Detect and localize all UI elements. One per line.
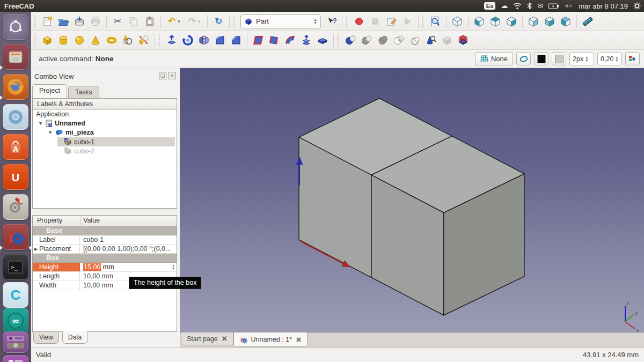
battery-icon[interactable] xyxy=(548,3,559,9)
auto-group-button[interactable] xyxy=(625,52,640,65)
tree-item-cubo-2[interactable]: cubo-2 xyxy=(33,146,177,156)
face-color-button[interactable] xyxy=(552,52,566,65)
property-row-placement[interactable]: ▶ Placement [(0,00 0,00 1,00);0,00 °;(0,… xyxy=(33,245,177,254)
toolbar-grip[interactable] xyxy=(346,16,349,27)
line-color-button[interactable] xyxy=(534,52,548,65)
measure-button[interactable] xyxy=(580,14,596,29)
column-header-value[interactable]: Value xyxy=(83,217,100,224)
part-cylinder-button[interactable] xyxy=(55,33,71,48)
macro-play-button[interactable] xyxy=(399,14,415,29)
part-cross-sections-button[interactable] xyxy=(455,33,471,48)
launcher-item-software-center[interactable]: A xyxy=(3,134,28,160)
part-fillet-button[interactable] xyxy=(212,33,228,48)
dock-close-button[interactable]: × xyxy=(169,72,176,79)
line-width-spinbox[interactable]: 2px ▲▼ xyxy=(569,53,594,65)
launcher-item-files[interactable] xyxy=(3,44,28,70)
height-spinbox[interactable]: 15,00 mm ▲▼ xyxy=(80,263,177,271)
launcher-item-system-settings[interactable] xyxy=(3,194,28,220)
tab-project[interactable]: Project xyxy=(32,84,67,98)
redo-dropdown[interactable]: ▾ xyxy=(198,19,204,24)
cloud-sync-icon[interactable]: ☁ xyxy=(501,0,508,12)
part-cut-button[interactable] xyxy=(358,33,375,48)
part-make-face-button[interactable] xyxy=(250,33,266,48)
launcher-item-stacked-apps[interactable] xyxy=(3,331,28,353)
part-extrude-button[interactable] xyxy=(164,33,180,48)
part-offset-button[interactable] xyxy=(314,33,331,48)
part-sweep-button[interactable] xyxy=(282,33,298,48)
wifi-icon[interactable] xyxy=(513,2,522,10)
session-gear-icon[interactable] xyxy=(633,2,641,10)
column-divider[interactable] xyxy=(80,216,80,226)
bluetooth-icon[interactable] xyxy=(527,2,532,10)
clock[interactable]: mar abr 8 07:19 xyxy=(579,2,628,10)
toolbar-grip[interactable] xyxy=(233,16,236,27)
part-revolve-button[interactable] xyxy=(180,33,196,48)
launcher-item-dash[interactable] xyxy=(3,14,28,40)
expander-icon[interactable]: ▼ xyxy=(48,130,53,135)
tab-start-page[interactable]: Start page ✕ xyxy=(181,333,233,345)
part-boolean-button[interactable] xyxy=(342,33,358,48)
part-defeaturing-button[interactable] xyxy=(439,33,455,48)
part-check-geometry-button[interactable] xyxy=(423,33,439,48)
close-tab-icon[interactable]: ✕ xyxy=(222,335,228,343)
working-plane-button[interactable]: None xyxy=(475,52,513,65)
property-row-label[interactable]: Label cubo-1 xyxy=(33,235,177,245)
tab-unnamed-document[interactable]: F Unnamed : 1* ✕ xyxy=(233,333,308,347)
spin-arrows[interactable]: ▲▼ xyxy=(172,264,175,270)
front-view-button[interactable] xyxy=(471,14,487,29)
toolbar-grip[interactable] xyxy=(34,16,37,27)
launcher-item-terminal[interactable]: >_ xyxy=(3,254,28,280)
part-primitives-button[interactable] xyxy=(120,33,136,48)
dock-splitter[interactable] xyxy=(32,209,177,215)
new-file-button[interactable] xyxy=(39,14,55,29)
part-shape-builder-button[interactable] xyxy=(136,33,152,48)
launcher-item-c-editor[interactable]: C xyxy=(3,282,28,308)
copy-button[interactable] xyxy=(126,14,142,29)
dock-float-button[interactable]: ❏ xyxy=(159,72,166,79)
spin-arrows[interactable]: ▲▼ xyxy=(615,56,618,62)
toolbar-grip[interactable] xyxy=(34,34,37,46)
property-group-box[interactable]: Box xyxy=(33,254,177,263)
expander-icon[interactable]: ▼ xyxy=(38,121,43,126)
undo-dropdown[interactable]: ▾ xyxy=(178,19,184,24)
keyboard-layout-indicator[interactable]: Es xyxy=(484,2,495,10)
launcher-item-chromium[interactable] xyxy=(3,104,28,130)
whats-this-button[interactable]: ? xyxy=(323,14,339,29)
macro-stop-button[interactable] xyxy=(367,14,383,29)
top-view-button[interactable] xyxy=(487,14,503,29)
part-cone-button[interactable] xyxy=(87,33,104,48)
text-scale-spinbox[interactable]: 0,20 ▲▼ xyxy=(597,53,622,65)
workbench-selector[interactable]: Part ▲▼ xyxy=(240,14,321,28)
part-box-button[interactable] xyxy=(39,33,55,48)
print-button[interactable] xyxy=(87,14,104,29)
fit-all-button[interactable] xyxy=(427,14,443,29)
property-value[interactable]: cubo-1 xyxy=(80,235,177,244)
mail-icon[interactable]: ✉ xyxy=(537,0,543,12)
part-torus-button[interactable] xyxy=(104,33,120,48)
launcher-item-arduino[interactable]: ∞ xyxy=(3,308,28,334)
3d-viewport[interactable]: z y x xyxy=(180,68,644,333)
bottom-view-button[interactable] xyxy=(541,14,558,29)
property-value[interactable]: [(0,00 0,00 1,00);0,00 °;(0,0... xyxy=(80,245,177,253)
part-sphere-button[interactable] xyxy=(71,33,87,48)
tree-item-cubo-1[interactable]: cubo-1 xyxy=(33,137,177,146)
part-chamfer-button[interactable] xyxy=(228,33,244,48)
construction-mode-button[interactable] xyxy=(516,52,531,65)
tab-view-properties[interactable]: View xyxy=(33,332,59,344)
spin-arrows[interactable]: ▲▼ xyxy=(585,56,588,62)
part-section-button[interactable] xyxy=(407,33,423,48)
open-file-button[interactable] xyxy=(55,14,71,29)
part-intersection-button[interactable] xyxy=(391,33,407,48)
axonometric-view-button[interactable] xyxy=(449,14,465,29)
cut-button[interactable]: ✂ xyxy=(109,14,126,29)
part-ruled-surface-button[interactable] xyxy=(266,33,282,48)
part-loft-button[interactable] xyxy=(298,33,314,48)
toolbar-grip[interactable] xyxy=(422,16,425,27)
tree-item-unnamed[interactable]: ▼ Unnamed xyxy=(33,119,177,128)
toolbar-grip[interactable] xyxy=(159,34,162,46)
rear-view-button[interactable] xyxy=(525,14,541,29)
fused-box-solid[interactable] xyxy=(299,98,524,315)
part-mirror-button[interactable] xyxy=(196,33,212,48)
macro-edit-button[interactable] xyxy=(383,14,399,29)
launcher-item-ubuntu-one[interactable]: U xyxy=(3,164,28,190)
